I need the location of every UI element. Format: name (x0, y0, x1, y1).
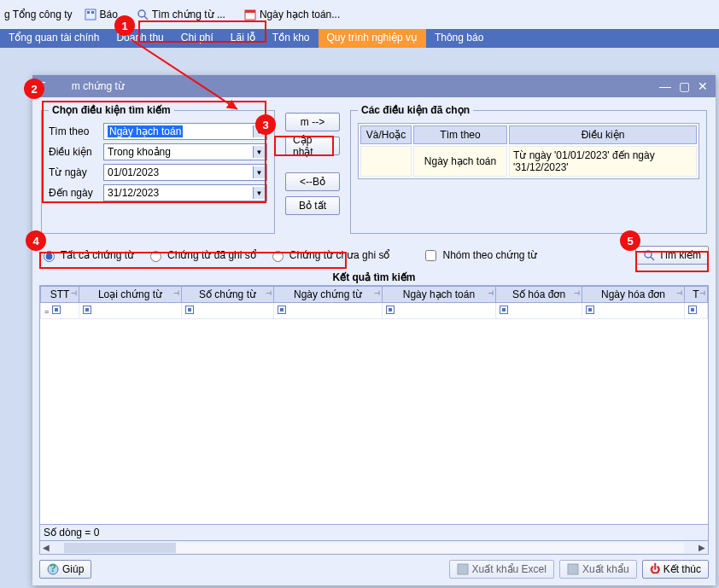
scroll-left-icon[interactable]: ◀ (40, 543, 52, 552)
search-button[interactable]: Tìm kiếm (635, 246, 709, 265)
filter-cell-1[interactable] (79, 303, 182, 319)
tab-quy-trình-nghiệp-vụ[interactable]: Quy trình nghiệp vụ (319, 29, 426, 48)
chevron-down-icon: ▼ (253, 146, 265, 158)
to-date-input[interactable]: 31/12/2023 ▼ (103, 184, 267, 201)
radio-posted[interactable]: Chứng từ đã ghi sổ (146, 248, 256, 262)
chevron-down-icon: ▼ (253, 166, 265, 178)
maximize-button[interactable]: ▢ (678, 80, 690, 92)
help-button[interactable]: ? Giúp (39, 560, 91, 579)
tab-tồn-kho[interactable]: Tồn kho (264, 29, 319, 48)
chevron-down-icon: ▼ (253, 187, 265, 199)
search-by-combo[interactable]: Ngày hạch toán ▼ (103, 123, 267, 140)
work-area: T xxxx m chứng từ — ▢ ✕ Chọn điều kiện t… (0, 48, 719, 588)
excel-icon (457, 563, 469, 575)
col-6[interactable]: Ngày hóa đơn⊣ (582, 287, 685, 303)
annotation-marker-1: 1 (114, 15, 135, 36)
annotation-marker-4: 4 (26, 230, 46, 251)
close-dialog-button[interactable]: ⏻ Kết thúc (642, 560, 709, 579)
search-voucher-dialog: T xxxx m chứng từ — ▢ ✕ Chọn điều kiện t… (32, 75, 716, 585)
search-by-value: Ngày hạch toán (108, 125, 183, 137)
annotation-marker-2: 2 (24, 79, 44, 99)
annotation-marker-5: 5 (620, 230, 640, 251)
svg-rect-2 (91, 11, 94, 14)
dialog-titlebar: T xxxx m chứng từ — ▢ ✕ (32, 75, 716, 97)
remove-criteria-button[interactable]: <--Bỏ (285, 172, 340, 191)
radio-all[interactable]: Tất cả chứng từ (39, 248, 134, 262)
chosen-legend: Các điều kiện đã chọn (358, 104, 473, 116)
condition-value: Trong khoảng (108, 146, 171, 158)
chosen-rows: Ngày hạch toán Từ ngày '01/01/2023' đến … (360, 146, 697, 177)
main-tab-bar: Tổng quan tài chínhDoanh thuChi phíLãi l… (0, 29, 719, 48)
posting-date-button[interactable]: Ngày hạch toán... (239, 6, 345, 23)
report-label: Báo (100, 9, 118, 20)
close-button[interactable]: ✕ (697, 80, 709, 92)
results-grid-scroll[interactable]: STT⊣Loại chứng từ⊣Số chứng từ⊣Ngày chứng… (39, 285, 709, 525)
filter-cell-2[interactable] (181, 303, 273, 319)
from-date-input[interactable]: 01/01/2023 ▼ (103, 164, 267, 181)
export-button[interactable]: Xuất khẩu (559, 560, 637, 579)
posting-date-label: Ngày hạch toán... (260, 9, 340, 20)
from-date-label: Từ ngày (49, 166, 103, 178)
calendar-icon (244, 9, 256, 20)
col-2[interactable]: Số chứng từ⊣ (181, 287, 273, 303)
svg-point-3 (138, 10, 145, 17)
org-label: g Tổng công ty (4, 9, 73, 20)
chosen-criteria-panel: Các điều kiện đã chọn Và/Hoặc Tìm theo Đ… (350, 104, 707, 234)
tab-tổng-quan-tài-chính[interactable]: Tổng quan tài chính (0, 29, 108, 48)
svg-rect-0 (85, 9, 96, 20)
from-date-value: 01/01/2023 (108, 166, 159, 178)
filter-cell-5[interactable] (495, 303, 582, 319)
power-icon: ⏻ (650, 563, 660, 575)
add-criteria-button[interactable]: m --> (285, 113, 340, 131)
col-cond[interactable]: Điều kiện (509, 125, 697, 144)
search-voucher-label: Tìm chứng từ ... (152, 9, 225, 20)
search-icon (643, 249, 655, 261)
col-and-or[interactable]: Và/Hoặc (360, 125, 412, 144)
col-7[interactable]: T⊣ (684, 287, 707, 303)
scroll-right-icon[interactable]: ▶ (696, 543, 708, 552)
tab-chi-phí[interactable]: Chi phí (172, 29, 222, 48)
results-panel: Kết quả tìm kiếm STT⊣Loại chứng từ⊣Số ch… (39, 271, 709, 555)
svg-line-4 (144, 16, 148, 20)
row-count-label: Số dòng = 0 (39, 525, 709, 541)
col-field[interactable]: Tìm theo (413, 125, 507, 144)
table-row[interactable]: Ngày hạch toán Từ ngày '01/01/2023' đến … (360, 146, 697, 177)
svg-rect-6 (245, 10, 255, 13)
chosen-criteria-grid: Và/Hoặc Tìm theo Điều kiện Ngày hạch toá… (358, 123, 699, 179)
export-excel-button[interactable]: Xuất khẩu Excel (449, 560, 554, 579)
filter-cell-0[interactable]: = (41, 303, 79, 319)
filter-cell-6[interactable] (582, 303, 685, 319)
col-3[interactable]: Ngày chứng từ⊣ (274, 287, 383, 303)
horizontal-scrollbar[interactable]: ◀ ▶ (39, 541, 709, 555)
col-1[interactable]: Loại chứng từ⊣ (79, 287, 182, 303)
criteria-buttons-panel: m --> Cập nhật <--Bỏ Bỏ tất (284, 104, 342, 234)
tab-thông-báo[interactable]: Thông báo (426, 29, 492, 48)
filter-cell-3[interactable] (274, 303, 383, 319)
results-grid: STT⊣Loại chứng từ⊣Số chứng từ⊣Ngày chứng… (40, 286, 708, 319)
filter-row: Tất cả chứng từ Chứng từ đã ghi sổ Chứng… (39, 246, 709, 265)
results-header-row: STT⊣Loại chứng từ⊣Số chứng từ⊣Ngày chứng… (41, 287, 708, 303)
results-filter-row: = (41, 303, 708, 319)
radio-unposted[interactable]: Chứng từ chưa ghi sổ (268, 248, 390, 262)
col-4[interactable]: Ngày hạch toán⊣ (382, 287, 495, 303)
annotation-marker-3: 3 (255, 114, 276, 135)
col-5[interactable]: Số hóa đơn⊣ (495, 287, 582, 303)
svg-rect-12 (568, 564, 578, 574)
clear-criteria-button[interactable]: Bỏ tất (285, 196, 340, 215)
dialog-body: Chọn điều kiện tìm kiếm Tìm theo Ngày hạ… (32, 97, 716, 585)
col-0[interactable]: STT⊣ (41, 287, 79, 303)
group-by-check[interactable]: Nhóm theo chứng từ (422, 247, 537, 264)
dialog-footer: ? Giúp Xuất khẩu Excel (39, 555, 709, 579)
search-criteria-panel: Chọn điều kiện tìm kiếm Tìm theo Ngày hạ… (41, 104, 275, 234)
app-toolbar: g Tổng công ty Báo Tìm chứng từ ... Ngày… (0, 0, 719, 29)
tab-lãi-lỗ[interactable]: Lãi lỗ (222, 29, 264, 48)
minimize-button[interactable]: — (659, 80, 671, 92)
condition-label: Điều kiện (49, 146, 103, 158)
condition-combo[interactable]: Trong khoảng ▼ (103, 143, 267, 160)
svg-rect-11 (458, 564, 468, 574)
search-voucher-button[interactable]: Tìm chứng từ ... (130, 4, 232, 25)
dialog-title-right: m chứng từ (72, 80, 125, 92)
update-criteria-button[interactable]: Cập nhật (285, 137, 340, 155)
filter-cell-4[interactable] (382, 303, 495, 319)
filter-cell-7[interactable] (684, 303, 707, 319)
